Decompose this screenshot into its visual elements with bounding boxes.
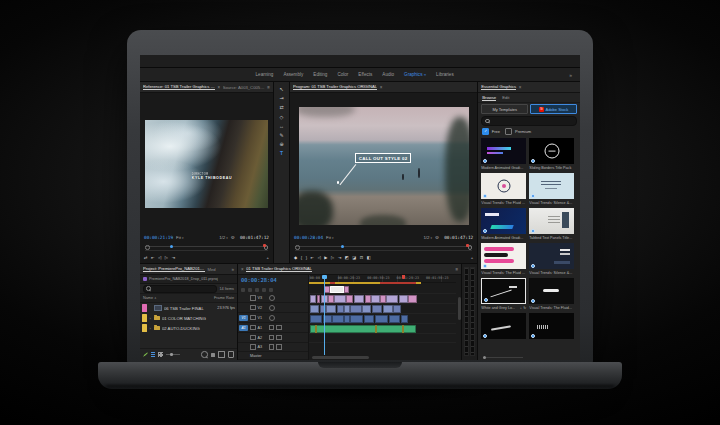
- source-patch-v2[interactable]: [239, 305, 248, 311]
- source-patch-v1[interactable]: V1: [239, 315, 248, 321]
- razor-tool-icon[interactable]: ◇: [280, 114, 284, 120]
- playhead-head[interactable]: [322, 275, 327, 279]
- monitor-scrubber[interactable]: [145, 243, 268, 251]
- timeline-clip[interactable]: [337, 305, 344, 313]
- project-item-row[interactable]: 06 TSB Trailer FINAL23.976 fps: [140, 303, 237, 313]
- lift-icon[interactable]: ◩: [345, 255, 349, 260]
- tab-media-browser[interactable]: Med: [208, 267, 216, 272]
- template-thumbnail[interactable]: [529, 173, 574, 199]
- disclosure-chevron-icon[interactable]: ›: [149, 316, 153, 321]
- column-name[interactable]: Name: [143, 296, 153, 300]
- template-thumbnail[interactable]: [529, 208, 574, 234]
- timeline-clip[interactable]: [315, 325, 317, 333]
- template-card[interactable]: [481, 313, 526, 345]
- scrub-zoom-handle-left[interactable]: [295, 245, 300, 250]
- tab-reference-monitor[interactable]: Reference: 01 TSB Trailer Graphics ORIGI…: [143, 84, 215, 90]
- add-marker-icon[interactable]: ◆: [294, 255, 297, 260]
- find-icon[interactable]: [201, 351, 208, 358]
- ripple-edit-tool-icon[interactable]: ⇄: [279, 104, 283, 110]
- scrubber-playhead[interactable]: [341, 245, 344, 248]
- template-card[interactable]: Modern Animated Gradi...: [481, 208, 526, 240]
- scrub-zoom-handle-left[interactable]: [145, 245, 150, 250]
- step-forward-icon[interactable]: ▷: [331, 255, 334, 260]
- template-thumbnail[interactable]: [481, 138, 526, 164]
- timeline-clip[interactable]: [380, 295, 386, 303]
- timeline-clip[interactable]: [310, 325, 416, 333]
- hand-tool-icon[interactable]: ⊕: [279, 141, 283, 147]
- button-editor-icon[interactable]: +: [471, 255, 473, 260]
- timeline-clip[interactable]: [344, 286, 348, 293]
- track-lock-icon[interactable]: [250, 325, 256, 331]
- panel-menu-icon[interactable]: ≡: [456, 267, 459, 272]
- timeline-settings-icon[interactable]: [269, 288, 273, 292]
- slider-knob[interactable]: [483, 356, 486, 359]
- track-select-forward-tool-icon[interactable]: ⇥: [279, 95, 283, 101]
- source-patch-a3[interactable]: [239, 344, 248, 350]
- project-item-row[interactable]: ›02 AUTO-DUCKING: [140, 323, 237, 333]
- gang-icon[interactable]: ⇄: [144, 255, 148, 260]
- track-header-v1[interactable]: V1V1: [238, 313, 308, 323]
- tab-edit[interactable]: Edit: [502, 95, 509, 100]
- project-item-row[interactable]: ›01 COLOR MATCHING: [140, 313, 237, 323]
- panel-overflow-icon[interactable]: »: [231, 267, 234, 272]
- track-solo-icon[interactable]: [276, 335, 282, 341]
- template-thumbnail[interactable]: [481, 278, 526, 304]
- template-thumbnail[interactable]: [481, 173, 526, 199]
- timeline-vscrollbar[interactable]: [457, 285, 461, 352]
- source-patch-a1[interactable]: A1: [239, 325, 248, 331]
- timeline-clips-area[interactable]: 00:0000:00:29:2300:00:59:2300:01:29:2300…: [309, 275, 461, 360]
- go-to-out-icon[interactable]: ⇥: [172, 255, 176, 260]
- timeline-clip[interactable]: [393, 305, 400, 313]
- timeline-clip[interactable]: [326, 305, 336, 313]
- hscroll-thumb[interactable]: [312, 356, 369, 359]
- timeline-clip[interactable]: [324, 286, 329, 293]
- template-thumbnail[interactable]: [481, 208, 526, 234]
- zoom-level-dropdown[interactable]: Fit▾: [176, 235, 183, 240]
- track-header-v3[interactable]: V3: [238, 294, 308, 303]
- project-breadcrumb[interactable]: PremierePro_NAB2018_Drop_011.prproj: [140, 275, 237, 284]
- timeline-clip[interactable]: [399, 295, 408, 303]
- track-solo-icon[interactable]: [276, 325, 282, 331]
- workspace-tab-libraries[interactable]: Libraries: [436, 72, 454, 77]
- timeline-clip[interactable]: [350, 315, 363, 323]
- free-checkbox[interactable]: ✓: [482, 128, 489, 135]
- button-editor-icon[interactable]: +: [267, 255, 269, 260]
- step-back-icon[interactable]: ◁: [318, 255, 321, 260]
- workspace-tab-editing[interactable]: Editing: [313, 72, 327, 77]
- timeline-clip[interactable]: [365, 295, 371, 303]
- timeline-clip[interactable]: [310, 315, 322, 323]
- close-icon[interactable]: ×: [380, 85, 383, 90]
- go-to-in-icon[interactable]: ⇤: [151, 255, 155, 260]
- timeline-clip[interactable]: [332, 315, 344, 323]
- thumbnail-zoom-slider[interactable]: [166, 354, 180, 355]
- go-to-in-icon[interactable]: ⇤: [311, 255, 315, 260]
- template-search-input[interactable]: [481, 116, 577, 126]
- my-templates-button[interactable]: My Templates: [481, 104, 528, 114]
- close-icon[interactable]: ×: [218, 85, 221, 90]
- timeline-clip[interactable]: [402, 325, 404, 333]
- timeline-clip[interactable]: [346, 295, 353, 303]
- selection-tool-icon[interactable]: ↖: [279, 86, 283, 92]
- track-lock-icon[interactable]: [250, 315, 256, 321]
- workspace-tab-assembly[interactable]: Assembly: [283, 72, 303, 77]
- template-thumbnail[interactable]: [529, 313, 574, 339]
- track-header-master[interactable]: Master: [238, 352, 308, 360]
- track-output-toggle-icon[interactable]: [269, 305, 275, 311]
- workspace-tab-color[interactable]: Color: [337, 72, 348, 77]
- snap-icon[interactable]: [248, 288, 252, 292]
- template-thumbnail[interactable]: [529, 138, 574, 164]
- template-card[interactable]: Modern Animated Gradi...: [481, 138, 526, 170]
- sequence-marker[interactable]: [402, 275, 405, 279]
- timeline-clip[interactable]: [310, 295, 316, 303]
- timeline-clip[interactable]: [372, 305, 382, 313]
- delete-icon[interactable]: [228, 351, 235, 358]
- sync-icon[interactable]: ↻: [523, 306, 526, 310]
- workspace-tab-audio[interactable]: Audio: [382, 72, 394, 77]
- close-icon[interactable]: ×: [519, 85, 522, 90]
- track-mute-icon[interactable]: [269, 335, 275, 341]
- template-thumbnail[interactable]: [529, 243, 574, 269]
- timeline-clip[interactable]: [334, 295, 346, 303]
- tab-essential-graphics[interactable]: Essential Graphics: [481, 84, 516, 90]
- template-card[interactable]: Visual Trends: Silence &...: [529, 173, 574, 205]
- settings-gear-icon[interactable]: ⚙: [231, 235, 235, 240]
